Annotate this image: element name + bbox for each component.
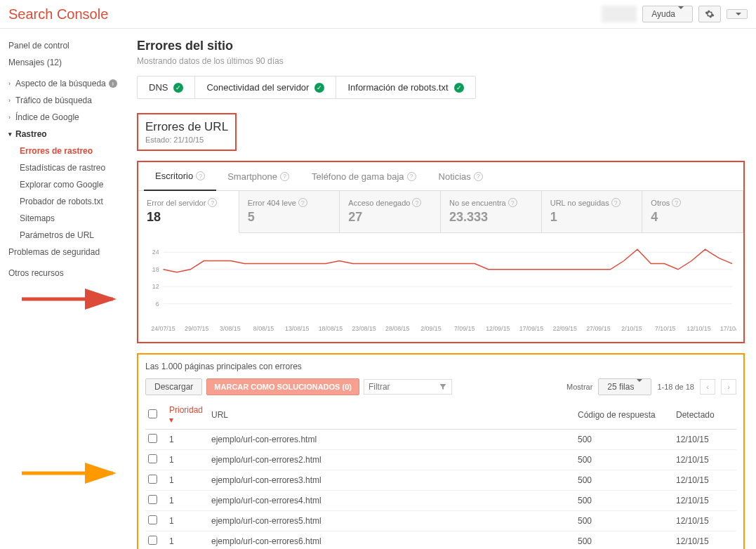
svg-text:13/08/15: 13/08/15 — [285, 325, 309, 332]
url-errors-title: Errores de URL — [145, 120, 228, 134]
svg-text:27/09/15: 27/09/15 — [586, 325, 610, 332]
chevron-right-icon: › — [8, 114, 14, 121]
tab-label: Noticias — [439, 171, 471, 182]
mark-solved-button[interactable]: MARCAR COMO SOLUCIONADOS (0) — [206, 378, 359, 395]
table-row[interactable]: 1ejemplo/url-con-errores4.html50012/10/1… — [145, 491, 736, 511]
select-all-checkbox[interactable] — [148, 409, 157, 418]
table-row[interactable]: 1ejemplo/url-con-errores2.html50012/10/1… — [145, 450, 736, 470]
error-tab-label: Error 404 leve ? — [248, 198, 331, 207]
help-icon: ? — [412, 198, 421, 207]
sidebar-label: Errores de rastreo — [20, 146, 93, 156]
device-tab[interactable]: Smartphone? — [216, 162, 300, 190]
svg-text:12/10/15: 12/10/15 — [687, 325, 710, 332]
row-checkbox[interactable] — [148, 495, 157, 504]
cell-code: 500 — [575, 511, 673, 531]
table-row[interactable]: 1ejemplo/url-con-errores.html50012/10/15 — [145, 430, 736, 450]
gear-icon — [705, 9, 715, 19]
help-icon: ? — [208, 198, 217, 207]
sidebar-item-rastreo[interactable]: ▾Rastreo — [6, 126, 121, 143]
sidebar-label: Mensajes (12) — [8, 58, 62, 67]
error-tab[interactable]: Error 404 leve ?5 — [239, 191, 340, 232]
svg-text:6: 6 — [156, 300, 159, 307]
device-tab[interactable]: Noticias? — [427, 162, 494, 190]
col-url[interactable]: URL — [208, 401, 575, 430]
col-label: Prioridad — [169, 405, 203, 415]
sidebar-label: Probador de robots.txt — [20, 197, 103, 206]
error-tab[interactable]: Acceso denegado ?27 — [340, 191, 441, 232]
row-checkbox[interactable] — [148, 454, 157, 463]
cell-priority: 1 — [166, 470, 208, 491]
filter-input[interactable] — [369, 382, 397, 392]
prev-page-button[interactable]: ‹ — [700, 379, 715, 395]
error-tab-label: Otros ? — [651, 198, 734, 207]
help-icon: ? — [196, 171, 205, 180]
cell-priority: 1 — [166, 531, 208, 550]
sidebar-child-item[interactable]: Sitemaps — [6, 210, 121, 227]
svg-text:29/07/15: 29/07/15 — [185, 325, 208, 332]
col-code[interactable]: Código de respuesta — [575, 401, 673, 430]
error-tab[interactable]: Error del servidor ?18 — [138, 191, 239, 233]
account-blurred — [602, 6, 637, 22]
help-button[interactable]: Ayuda — [642, 6, 693, 22]
status-pill[interactable]: Conectividad del servidor✓ — [195, 77, 336, 98]
sidebar-item-trafico[interactable]: ›Tráfico de búsqueda — [6, 92, 121, 109]
sidebar-item-indice[interactable]: ›Índice de Google — [6, 109, 121, 126]
svg-text:17/10/15: 17/10/15 — [720, 325, 736, 332]
sidebar-child-item[interactable]: Parámetros de URL — [6, 227, 121, 244]
sidebar-label: Rastreo — [15, 129, 47, 139]
error-tab[interactable]: URL no seguidas ?1 — [542, 191, 643, 232]
sidebar-item-aspecto[interactable]: ›Aspecto de la búsquedai — [6, 75, 121, 92]
pill-label: DNS — [149, 82, 168, 93]
cell-date: 12/10/15 — [673, 450, 736, 470]
row-checkbox[interactable] — [148, 536, 157, 545]
device-tab[interactable]: Teléfono de gama baja? — [300, 162, 427, 190]
error-tab[interactable]: Otros ?4 — [642, 191, 743, 232]
sidebar-child-item[interactable]: Explorar como Google — [6, 176, 121, 193]
col-checkbox — [145, 401, 166, 430]
cell-url: ejemplo/url-con-errores.html — [208, 430, 575, 450]
errors-table-panel: Las 1.000 páginas principales con errore… — [137, 353, 745, 549]
row-checkbox[interactable] — [148, 515, 157, 524]
error-tab-value: 1 — [550, 210, 634, 225]
sidebar-child-item[interactable]: Errores de rastreo — [6, 143, 121, 159]
sidebar-item-panel[interactable]: Panel de control — [6, 37, 121, 54]
annotation-arrow-orange — [15, 463, 120, 484]
cell-priority: 1 — [166, 430, 208, 450]
pagination-label: 1-18 de 18 — [657, 383, 694, 391]
cell-url: ejemplo/url-con-errores3.html — [208, 470, 575, 491]
check-icon: ✓ — [454, 83, 464, 93]
col-detected[interactable]: Detectado — [673, 401, 736, 430]
table-row[interactable]: 1ejemplo/url-con-errores5.html50012/10/1… — [145, 511, 736, 531]
cell-date: 12/10/15 — [673, 430, 736, 450]
svg-text:7/09/15: 7/09/15 — [454, 325, 475, 332]
settings-dropdown[interactable] — [727, 9, 748, 19]
svg-text:12/09/15: 12/09/15 — [486, 325, 510, 332]
sidebar-child-item[interactable]: Estadísticas de rastreo — [6, 159, 121, 176]
sidebar-child-item[interactable]: Probador de robots.txt — [6, 193, 121, 210]
next-page-button[interactable]: › — [721, 379, 736, 395]
row-checkbox[interactable] — [148, 434, 157, 443]
caret-down-icon — [678, 6, 684, 19]
url-errors-heading-box: Errores de URL Estado: 21/10/15 — [137, 113, 237, 151]
sidebar-label: Sitemaps — [20, 213, 55, 223]
device-tab[interactable]: Escritorio? — [144, 162, 216, 191]
settings-button[interactable] — [698, 6, 721, 22]
svg-text:18: 18 — [152, 266, 159, 273]
cell-priority: 1 — [166, 511, 208, 531]
sidebar-label: Parámetros de URL — [20, 230, 94, 240]
table-title: Las 1.000 páginas principales con errore… — [145, 362, 736, 371]
sidebar-item-problemas[interactable]: Problemas de seguridad — [6, 244, 121, 260]
sidebar-item-messages[interactable]: Mensajes (12) — [6, 54, 121, 71]
error-tab-label: Error del servidor ? — [147, 198, 230, 207]
error-tab[interactable]: No se encuentra ?23.333 — [441, 191, 542, 232]
sidebar-item-otros[interactable]: Otros recursos — [6, 265, 121, 282]
table-row[interactable]: 1ejemplo/url-con-errores6.html50012/10/1… — [145, 531, 736, 550]
status-pill[interactable]: DNS✓ — [138, 77, 195, 98]
page-subtitle: Mostrando datos de los últimos 90 días — [137, 56, 745, 66]
col-priority[interactable]: Prioridad ▾ — [166, 401, 208, 430]
download-button[interactable]: Descargar — [145, 378, 202, 395]
rows-select[interactable]: 25 filas — [598, 378, 651, 395]
table-row[interactable]: 1ejemplo/url-con-errores3.html50012/10/1… — [145, 470, 736, 491]
row-checkbox[interactable] — [148, 475, 157, 484]
status-pill[interactable]: Información de robots.txt✓ — [336, 77, 475, 98]
